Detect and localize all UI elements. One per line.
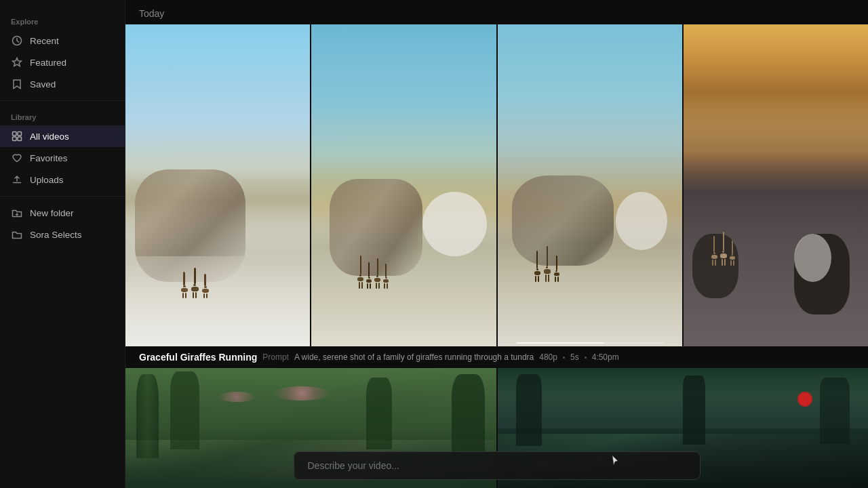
prompt-input-wrapper[interactable] (294, 451, 701, 480)
sidebar-item-recent-label: Recent (30, 36, 59, 46)
sidebar-item-featured[interactable]: Featured (0, 52, 125, 73)
main-content: Today (125, 0, 868, 488)
bookmark-icon (11, 78, 23, 90)
video-resolution: 480p (539, 352, 557, 362)
meta-separator-2 (585, 357, 587, 359)
svg-rect-4 (13, 137, 17, 141)
sidebar-item-favorites[interactable]: Favorites (0, 147, 125, 169)
video-cell-3[interactable] (496, 24, 682, 346)
video-meta: 480p 5s 4:50pm (539, 352, 618, 362)
prompt-input[interactable] (308, 460, 686, 471)
heart-icon (11, 152, 23, 164)
meta-separator-1 (563, 357, 565, 359)
video-time: 4:50pm (592, 352, 619, 362)
star-icon (11, 56, 23, 68)
sidebar-item-all-videos[interactable]: All videos (0, 125, 125, 147)
sidebar-item-saved[interactable]: Saved (0, 73, 125, 95)
video-duration: 5s (570, 352, 579, 362)
video-grid-top (125, 24, 868, 346)
video-cell-4[interactable] (682, 24, 868, 346)
clock-icon (11, 35, 23, 47)
video-info-bar: Graceful Giraffes Running Prompt A wide,… (125, 346, 868, 368)
sidebar-item-saved-label: Saved (30, 79, 56, 89)
grid-icon (11, 130, 23, 142)
folder-icon (11, 228, 23, 241)
sidebar-item-featured-label: Featured (30, 58, 66, 68)
svg-marker-1 (13, 58, 22, 66)
sidebar-item-new-folder-label: New folder (30, 208, 74, 218)
sidebar-item-uploads[interactable]: Uploads (0, 169, 125, 190)
prompt-label: Prompt (262, 352, 289, 362)
video-cell-2[interactable] (310, 24, 496, 346)
sidebar-item-favorites-label: Favorites (30, 153, 68, 163)
sidebar-item-sora-selects-label: Sora Selects (30, 230, 82, 240)
sidebar-item-sora-selects[interactable]: Sora Selects (0, 224, 125, 245)
progress-bar-cell3 (516, 342, 664, 344)
video-grid-bottom (125, 368, 868, 488)
svg-rect-5 (18, 137, 22, 141)
video-cell-1[interactable] (125, 24, 310, 346)
prompt-bar (125, 443, 868, 488)
section-today: Today (125, 0, 868, 24)
video-title: Graceful Giraffes Running (139, 352, 257, 363)
sidebar-divider (0, 100, 125, 101)
folder-plus-icon (11, 207, 23, 219)
sidebar-divider-2 (0, 196, 125, 197)
upload-icon (11, 174, 23, 186)
sidebar: Explore Recent Featured Saved Library (0, 0, 125, 488)
sidebar-item-new-folder[interactable]: New folder (0, 202, 125, 224)
sidebar-item-recent[interactable]: Recent (0, 30, 125, 52)
sidebar-item-all-videos-label: All videos (30, 131, 69, 142)
explore-section-label: Explore (0, 11, 125, 30)
svg-rect-3 (18, 132, 22, 136)
video-prompt-text: A wide, serene shot of a family of giraf… (294, 352, 534, 362)
library-section-label: Library (0, 106, 125, 125)
sidebar-item-uploads-label: Uploads (30, 175, 64, 185)
svg-rect-2 (13, 132, 17, 136)
